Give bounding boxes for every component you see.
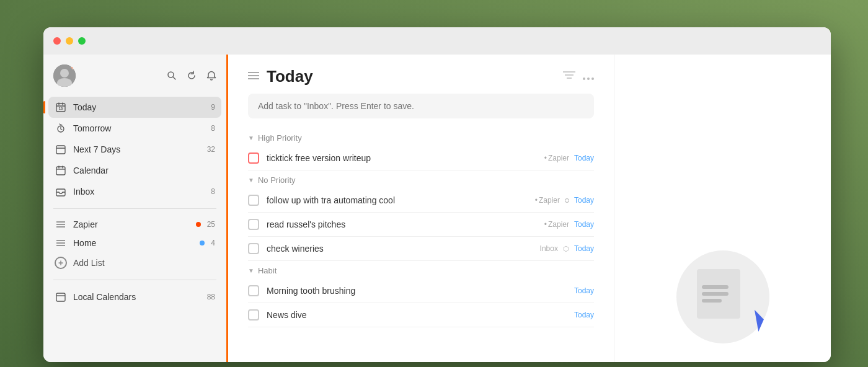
task-meta: Zapier Today: [535, 196, 594, 205]
svg-rect-12: [56, 146, 65, 154]
next7-icon: [55, 143, 67, 156]
task-name: ticktick free version writeup: [267, 153, 537, 163]
add-list-icon: +: [55, 257, 67, 269]
inbox-small-icon: ⬡: [563, 245, 569, 253]
task-checkbox[interactable]: [248, 309, 259, 321]
task-meta: Zapier Today: [544, 154, 594, 162]
today-count: 9: [211, 103, 215, 112]
svg-point-34: [587, 77, 590, 80]
section-chevron-high: ▼: [248, 135, 254, 141]
illustration: [661, 226, 785, 350]
sidebar-list-home[interactable]: Home 4: [48, 234, 221, 252]
task-checkbox[interactable]: [248, 285, 259, 296]
task-project: Zapier: [544, 154, 569, 162]
task-input-wrapper: [228, 94, 614, 128]
svg-point-33: [583, 77, 585, 80]
task-project: Zapier: [535, 196, 560, 205]
sidebar-item-local-calendars[interactable]: Local Calendars 88: [48, 286, 221, 307]
local-calendars-label: Local Calendars: [73, 292, 201, 302]
sidebar-item-tomorrow[interactable]: Tomorrow 8: [48, 118, 221, 139]
hamburger-icon[interactable]: [248, 71, 259, 82]
task-row: Morning tooth brushing Today: [248, 279, 594, 303]
sidebar-divider-2: [53, 280, 216, 280]
sidebar-bottom-nav: Local Calendars 88: [43, 286, 226, 307]
task-checkbox[interactable]: [248, 243, 259, 254]
filter-icon[interactable]: [563, 71, 575, 83]
task-input[interactable]: [248, 94, 594, 118]
task-checkbox-high[interactable]: [248, 153, 259, 164]
task-name: follow up with tra automating cool: [267, 195, 528, 205]
local-calendars-icon: [55, 291, 67, 303]
sidebar-item-inbox[interactable]: Inbox 8: [48, 181, 221, 202]
calendar-icon: [55, 164, 67, 177]
task-date[interactable]: Today: [574, 154, 594, 162]
tomorrow-icon: [55, 122, 67, 135]
task-checkbox[interactable]: [248, 195, 259, 206]
illus-line: [702, 285, 728, 289]
tomorrow-count: 8: [211, 124, 215, 133]
add-list-button[interactable]: + Add List: [48, 252, 221, 273]
task-date[interactable]: Today: [574, 286, 594, 295]
section-chevron-no: ▼: [248, 177, 254, 184]
search-icon[interactable]: [167, 71, 177, 81]
tomorrow-label: Tomorrow: [73, 123, 205, 133]
sidebar-top: [43, 62, 226, 97]
list-menu-icon: [55, 221, 67, 228]
task-date[interactable]: Today: [574, 311, 594, 319]
list-menu-icon-2: [55, 239, 67, 247]
close-button[interactable]: [53, 37, 61, 45]
task-date[interactable]: Today: [574, 196, 594, 205]
maximize-button[interactable]: [78, 37, 86, 45]
task-project: Zapier: [544, 220, 569, 229]
task-meta: Today: [574, 311, 594, 319]
bell-icon[interactable]: [206, 71, 216, 81]
task-meta: Today: [574, 286, 594, 295]
illus-doc: [697, 269, 740, 319]
task-row: News dive Today: [248, 303, 594, 327]
sidebar-item-next7[interactable]: Next 7 Days 32: [48, 139, 221, 160]
notification-badge: [71, 64, 76, 69]
app-body: 15 Today 9 Tomorrow: [43, 55, 831, 362]
inbox-count: 8: [211, 187, 215, 196]
section-header-no-priority[interactable]: ▼ No Priority: [248, 170, 594, 188]
task-name: Morning tooth brushing: [267, 286, 567, 296]
today-label: Today: [73, 102, 205, 112]
section-header-high-priority[interactable]: ▼ High Priority: [248, 128, 594, 146]
task-row: ticktick free version writeup Zapier Tod…: [248, 146, 594, 170]
inbox-icon: [55, 185, 67, 198]
task-list-area: ▼ High Priority ticktick free version wr…: [228, 128, 614, 362]
task-meta: Inbox ⬡ Today: [540, 244, 594, 253]
sidebar-item-today[interactable]: 15 Today 9: [48, 97, 221, 118]
sidebar-icon-group: [167, 71, 216, 81]
illus-line: [702, 299, 722, 303]
task-name: News dive: [267, 310, 567, 320]
svg-line-11: [60, 124, 62, 125]
illustration-panel: [614, 55, 831, 362]
task-checkbox[interactable]: [248, 219, 259, 230]
more-options-icon[interactable]: [583, 71, 594, 82]
refresh-icon[interactable]: [187, 71, 197, 81]
main-header-actions: [563, 71, 594, 83]
sidebar-item-calendar[interactable]: Calendar: [48, 160, 221, 181]
sidebar-list-zapier[interactable]: Zapier 25: [48, 215, 221, 234]
title-bar: [43, 27, 831, 55]
next7-label: Next 7 Days: [73, 144, 201, 154]
avatar[interactable]: [53, 64, 76, 87]
svg-text:15: 15: [59, 107, 63, 110]
home-count: 4: [211, 239, 215, 247]
main-panel: Today: [228, 55, 614, 362]
minimize-button[interactable]: [66, 37, 73, 45]
svg-point-1: [60, 69, 69, 77]
app-window: 15 Today 9 Tomorrow: [43, 27, 831, 362]
home-dot: [200, 241, 205, 245]
sidebar-lists: Zapier 25 Home 4: [43, 215, 226, 273]
section-header-habit[interactable]: ▼ Habit: [248, 261, 594, 279]
home-label: Home: [73, 238, 193, 248]
task-date[interactable]: Today: [574, 244, 594, 253]
section-label-habit: Habit: [258, 266, 277, 275]
local-calendars-count: 88: [207, 293, 215, 301]
task-row: check wineries Inbox ⬡ Today: [248, 237, 594, 261]
task-date[interactable]: Today: [574, 220, 594, 229]
task-name: check wineries: [267, 244, 533, 254]
main-header: Today: [228, 55, 614, 94]
